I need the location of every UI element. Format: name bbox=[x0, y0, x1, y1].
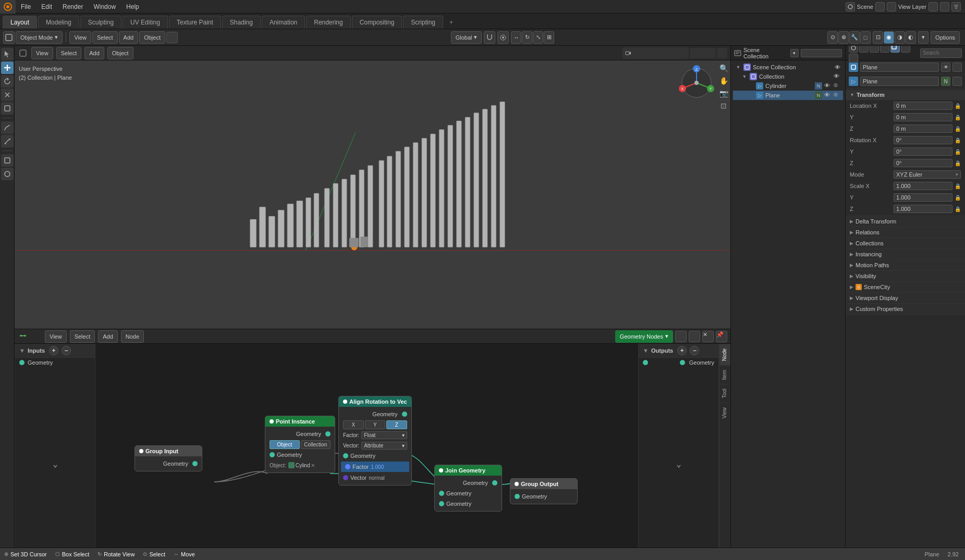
solid-btn[interactable]: ◉ bbox=[884, 31, 894, 44]
outliner-search-input[interactable] bbox=[801, 49, 842, 57]
add-menu[interactable]: Add bbox=[119, 31, 139, 44]
tab-modeling[interactable]: Modeling bbox=[38, 16, 79, 29]
rotation-x-value[interactable]: 0° bbox=[894, 136, 952, 144]
delta-transform-section[interactable]: ▶ Delta Transform bbox=[846, 216, 965, 227]
jg-geometry-input1[interactable] bbox=[439, 491, 444, 496]
tab-texture-paint[interactable]: Texture Paint bbox=[169, 16, 221, 29]
scene-city-section[interactable]: ▶ S SceneCity bbox=[846, 282, 965, 293]
viewport-display-section[interactable]: ▶ Viewport Display bbox=[846, 293, 965, 304]
node-join-geometry[interactable]: Join Geometry Geometry Geometry bbox=[434, 465, 502, 512]
rotation-y-value[interactable]: 0° bbox=[894, 147, 952, 156]
node-group-output[interactable]: Group Output Geometry bbox=[510, 478, 578, 504]
outliner-plane[interactable]: ▷ Plane N 👁 ◎ bbox=[733, 91, 843, 100]
node-close-btn[interactable]: ✕ bbox=[702, 331, 714, 342]
cylinder-visibility[interactable]: 👁 bbox=[824, 82, 832, 90]
node-select-menu[interactable]: Select bbox=[70, 330, 95, 343]
prop-mesh-icon[interactable] bbox=[901, 46, 910, 53]
scene-options[interactable] bbox=[887, 2, 896, 11]
location-y-lock[interactable]: 🔒 bbox=[955, 115, 961, 120]
scale-z-lock[interactable]: 🔒 bbox=[955, 206, 961, 212]
rotate-tool[interactable] bbox=[1, 75, 14, 88]
select-menu[interactable]: Select bbox=[92, 31, 118, 44]
ar-factor-type-dropdown[interactable]: Float ▾ bbox=[361, 431, 407, 439]
scale-x-value[interactable]: 1.000 bbox=[894, 182, 952, 190]
node-tab-node[interactable]: Node bbox=[719, 344, 730, 365]
object-mode-dropdown[interactable]: Object Mode ▾ bbox=[16, 31, 63, 44]
ar-z-btn[interactable]: Z bbox=[386, 420, 407, 429]
vp-shading-options[interactable] bbox=[717, 48, 727, 58]
app-logo[interactable] bbox=[0, 0, 16, 14]
rendered-btn[interactable]: ◐ bbox=[906, 31, 916, 44]
rotation-z-lock[interactable]: 🔒 bbox=[955, 160, 961, 166]
scale-x-lock[interactable]: 🔒 bbox=[955, 183, 961, 189]
pi-geometry-input[interactable] bbox=[270, 452, 275, 457]
transform-icon[interactable]: ⊞ bbox=[544, 31, 554, 44]
viewport-add-menu[interactable]: Add bbox=[84, 47, 104, 59]
node-align-rotation[interactable]: Align Rotation to Vec Geometry X Y bbox=[338, 396, 412, 486]
menu-help[interactable]: Help bbox=[121, 0, 144, 13]
proportional-edit-icon[interactable] bbox=[497, 31, 509, 44]
transform-global-dropdown[interactable]: Global ▾ bbox=[451, 31, 482, 44]
prop-render-icon[interactable] bbox=[859, 46, 869, 53]
node-tab-view[interactable]: View bbox=[719, 403, 730, 423]
node-view-menu[interactable]: View bbox=[45, 330, 67, 343]
node-add-menu[interactable]: Add bbox=[98, 330, 118, 343]
ar-factor-socket[interactable] bbox=[345, 464, 350, 469]
tab-scripting[interactable]: Scripting bbox=[403, 16, 443, 29]
object-render-btn[interactable] bbox=[952, 63, 962, 72]
node-tab-item[interactable]: Item bbox=[719, 365, 730, 384]
vp-render2-icon[interactable] bbox=[645, 48, 655, 58]
camera-btn[interactable]: 📷 bbox=[718, 88, 729, 99]
viewport-view-menu[interactable]: View bbox=[31, 47, 53, 59]
menu-window[interactable]: Window bbox=[88, 0, 121, 13]
motion-paths-section[interactable]: ▶ Motion Paths bbox=[846, 260, 965, 271]
rotation-x-lock[interactable]: 🔒 bbox=[955, 138, 961, 143]
node-editor-extra-icon[interactable] bbox=[31, 331, 42, 342]
outputs-remove-btn[interactable]: − bbox=[690, 346, 699, 355]
node-new-btn[interactable] bbox=[675, 331, 687, 342]
node-node-menu[interactable]: Node bbox=[121, 330, 144, 343]
visibility-section[interactable]: ▶ Visibility bbox=[846, 271, 965, 282]
ortho-btn[interactable]: ⊡ bbox=[718, 100, 729, 111]
add-workspace-tab[interactable]: + bbox=[444, 16, 458, 29]
ar-vector-type-dropdown[interactable]: Attribute ▾ bbox=[361, 442, 407, 450]
transform-tool[interactable] bbox=[1, 102, 14, 115]
search-btn[interactable]: 🔍 bbox=[718, 63, 729, 74]
rotation-mode-dropdown[interactable]: XYZ Euler ▾ bbox=[894, 170, 961, 179]
ar-geometry-output[interactable] bbox=[402, 412, 407, 417]
ar-geometry-input[interactable] bbox=[343, 453, 348, 458]
vp-search-icon[interactable] bbox=[656, 48, 666, 58]
tab-compositing[interactable]: Compositing bbox=[352, 16, 402, 29]
menu-render[interactable]: Render bbox=[57, 0, 88, 13]
toolbar-extra-icon[interactable] bbox=[166, 32, 178, 43]
ar-x-btn[interactable]: X bbox=[343, 420, 364, 429]
cylinder-node-icon[interactable]: N bbox=[815, 82, 822, 90]
viewport-select-menu[interactable]: Select bbox=[56, 47, 82, 59]
transform-section-header[interactable]: ▼ Transform bbox=[846, 90, 965, 100]
measure-tool[interactable] bbox=[1, 135, 14, 147]
menu-edit[interactable]: Edit bbox=[36, 0, 57, 13]
tab-sculpting[interactable]: Sculpting bbox=[80, 16, 121, 29]
outliner-filter-btn[interactable]: ▾ bbox=[790, 49, 799, 57]
tab-uv-editing[interactable]: UV Editing bbox=[123, 16, 168, 29]
node-tree-btn[interactable]: N bbox=[941, 77, 950, 86]
inputs-remove-btn[interactable]: − bbox=[62, 346, 71, 355]
tab-rendering[interactable]: Rendering bbox=[306, 16, 350, 29]
inputs-add-btn[interactable]: + bbox=[49, 346, 58, 355]
annotate-tool[interactable] bbox=[1, 121, 14, 134]
pi-collection-btn[interactable]: Collection bbox=[301, 440, 331, 449]
viewport-mode-icon[interactable] bbox=[3, 31, 15, 44]
move-tool[interactable] bbox=[1, 61, 14, 74]
overlay-icon[interactable]: ⊙ bbox=[827, 31, 838, 44]
prop-scene-icon[interactable] bbox=[849, 46, 858, 53]
wireframe-btn[interactable]: ⊡ bbox=[873, 31, 883, 44]
scene-dropdown[interactable] bbox=[875, 2, 885, 11]
add-cube-tool[interactable] bbox=[1, 154, 14, 167]
scale-y-lock[interactable]: 🔒 bbox=[955, 195, 961, 201]
ar-vector-socket[interactable] bbox=[343, 475, 348, 480]
rotation-y-lock[interactable]: 🔒 bbox=[955, 149, 961, 155]
outliner-cylinder[interactable]: ▷ Cylinder N 👁 ◎ bbox=[733, 81, 843, 91]
menu-file[interactable]: File bbox=[16, 0, 36, 13]
cursor-tool[interactable] bbox=[1, 48, 14, 60]
lookdev-btn[interactable]: ◑ bbox=[895, 31, 905, 44]
